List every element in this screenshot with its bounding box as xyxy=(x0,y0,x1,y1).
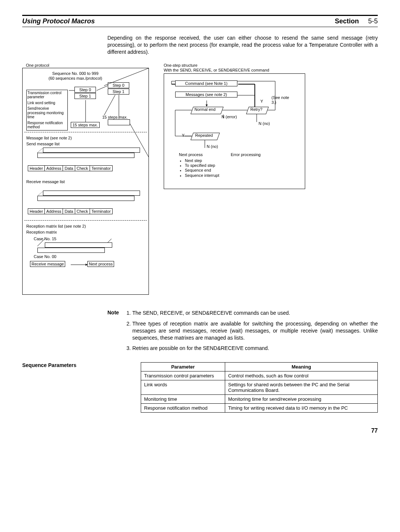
seq-params-table: Parameter Meaning Transmission control p… xyxy=(141,362,378,413)
th-parameter: Parameter xyxy=(141,363,225,371)
table-row: Link words Settings for shared words bet… xyxy=(141,380,378,395)
right-diagram-wrap: One-step structure With the SEND, RECEIV… xyxy=(164,63,305,295)
svg-marker-20 xyxy=(206,105,208,106)
left-diagram: Sequence No. 000 to 999 (60 sequences ma… xyxy=(22,68,149,295)
right-diagram: Command (see Note 1) Messages (see note … xyxy=(164,73,305,189)
one-protocol-label: One protocol xyxy=(26,63,149,68)
svg-line-7 xyxy=(37,148,43,153)
seq-params-title: Sequence Parameters xyxy=(22,362,107,368)
note-1: The SEND, RECEIVE, or SEND&RECEIVE comma… xyxy=(132,310,378,317)
send-msg-fields: Header Address Data Check Terminator xyxy=(28,165,113,171)
page-number: 77 xyxy=(22,427,378,434)
svg-line-1 xyxy=(97,86,108,90)
intro-paragraph: Depending on the response received, the … xyxy=(107,34,378,56)
sequence-params-section: Sequence Parameters Parameter Meaning Tr… xyxy=(22,362,378,413)
table-row: Monitoring time Monitoring time for send… xyxy=(141,395,378,404)
note-2: Three types of reception matrix are avai… xyxy=(132,320,378,341)
table-row: Response notification method Timing for … xyxy=(141,404,378,413)
header-title: Using Protocol Macros xyxy=(22,17,95,25)
note-3: Retries are possible on for the SEND&REC… xyxy=(132,345,378,352)
svg-line-4 xyxy=(104,95,115,115)
page-header: Using Protocol Macros Section 5-5 xyxy=(22,15,378,27)
notes: Note The SEND, RECEIVE, or SEND&RECEIVE … xyxy=(107,310,378,356)
left-diagram-wrap: One protocol Sequence No. 000 to 999 (60… xyxy=(22,63,149,295)
recv-msg-fields: Header Address Data Check Terminator xyxy=(28,208,113,214)
svg-line-5 xyxy=(104,68,149,86)
table-row: Transmission control parameters Control … xyxy=(141,371,378,380)
diagrams: One protocol Sequence No. 000 to 999 (60… xyxy=(22,63,378,295)
th-meaning: Meaning xyxy=(225,363,378,371)
header-section: Section 5-5 xyxy=(335,17,378,25)
note-label: Note xyxy=(107,310,119,356)
